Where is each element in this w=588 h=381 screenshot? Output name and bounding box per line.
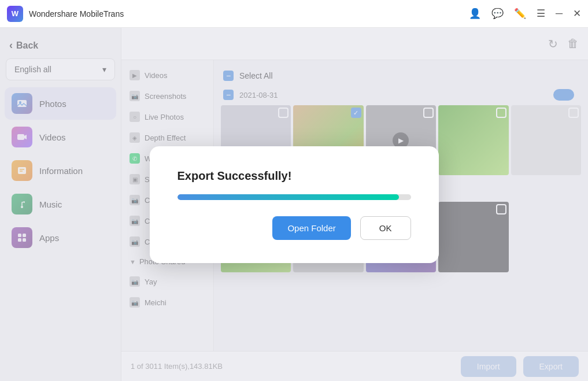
- close-icon[interactable]: ✕: [573, 8, 581, 20]
- export-dialog: Export Successfully! Open Folder OK: [150, 146, 439, 263]
- progress-bar-fill: [177, 194, 400, 200]
- account-icon[interactable]: 👤: [469, 8, 481, 20]
- progress-bar-container: [177, 194, 411, 200]
- minimize-icon[interactable]: ─: [556, 8, 563, 20]
- open-folder-button[interactable]: Open Folder: [272, 216, 350, 240]
- dialog-buttons: Open Folder OK: [272, 216, 411, 240]
- ok-button[interactable]: OK: [360, 216, 411, 240]
- title-bar: W Wondershare MobileTrans 👤 💬 ✏️ ☰ ─ ✕: [0, 0, 588, 28]
- main-container: ‹ Back English all ▾ Photos: [0, 28, 588, 381]
- edit-icon[interactable]: ✏️: [514, 8, 526, 20]
- window-controls: 👤 💬 ✏️ ☰ ─ ✕: [469, 8, 581, 20]
- app-title: Wondershare MobileTrans: [29, 9, 469, 19]
- dialog-title: Export Successfully!: [177, 169, 292, 183]
- app-logo: W: [7, 6, 23, 22]
- menu-icon[interactable]: ☰: [537, 8, 545, 20]
- chat-icon[interactable]: 💬: [491, 8, 504, 20]
- modal-overlay: Export Successfully! Open Folder OK: [0, 28, 588, 381]
